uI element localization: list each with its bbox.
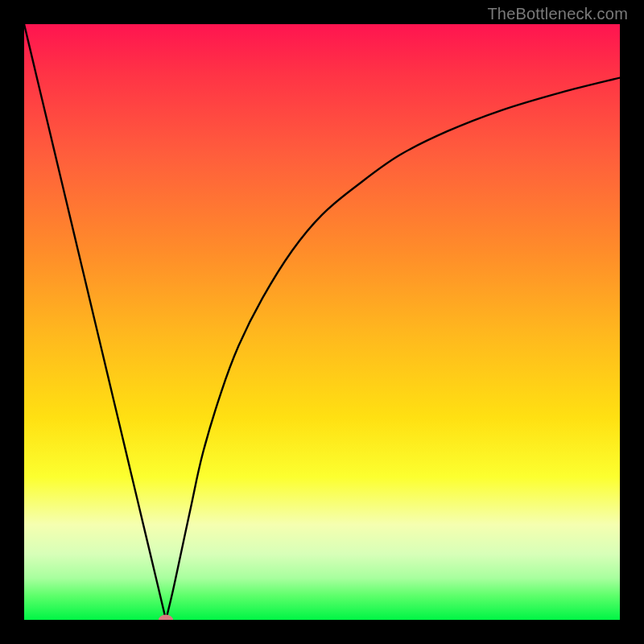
chart-frame: TheBottleneck.com <box>0 0 644 644</box>
curve-layer <box>24 24 620 620</box>
optimal-point-marker <box>159 615 173 621</box>
bottleneck-curve <box>24 24 620 620</box>
watermark-label: TheBottleneck.com <box>487 5 628 23</box>
plot-area <box>24 24 620 620</box>
